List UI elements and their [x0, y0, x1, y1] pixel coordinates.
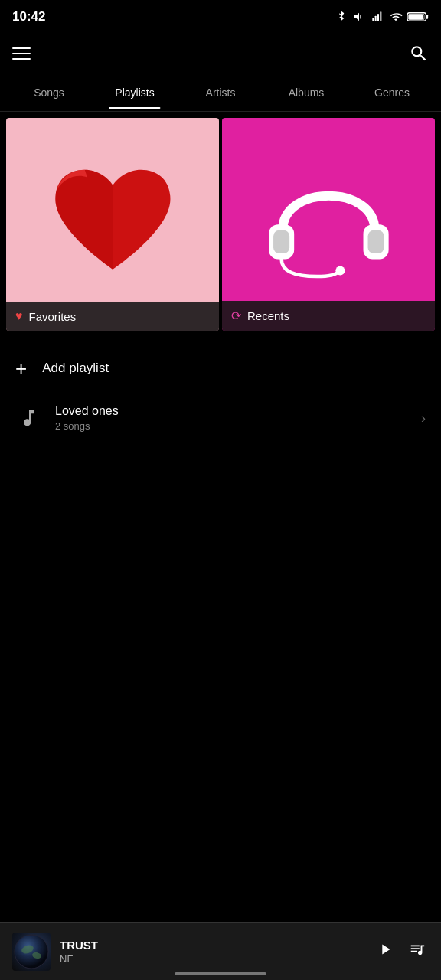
recents-playlist-card[interactable]: ⟳ Recents [222, 118, 435, 331]
tab-songs[interactable]: Songs [6, 77, 92, 108]
hamburger-menu[interactable] [12, 47, 31, 60]
album-art [12, 933, 51, 971]
signal-icon [371, 11, 384, 23]
svg-rect-8 [409, 15, 423, 20]
svg-rect-2 [377, 14, 379, 21]
home-indicator [175, 972, 266, 975]
recents-label: ⟳ Recents [222, 301, 435, 331]
headphones-artwork-icon [260, 155, 398, 294]
chevron-right-icon: › [421, 410, 426, 426]
status-time: 10:42 [12, 9, 45, 24]
track-title: TRUST [60, 939, 364, 952]
tab-genres[interactable]: Genres [349, 77, 435, 108]
top-bar [0, 34, 441, 74]
favorites-heart-icon: ♥ [15, 309, 23, 323]
add-playlist-label: Add playlist [42, 361, 109, 376]
add-playlist-button[interactable]: + Add playlist [0, 343, 441, 394]
music-note-icon [15, 404, 43, 432]
track-artist: NF [60, 953, 364, 965]
svg-rect-1 [375, 16, 377, 21]
favorites-artwork [6, 118, 219, 331]
favorites-playlist-card[interactable]: ♥ Favorites [6, 118, 219, 331]
playlist-song-count: 2 songs [55, 420, 409, 432]
svg-rect-0 [372, 18, 374, 21]
svg-point-13 [335, 266, 345, 275]
heart-artwork-icon [49, 161, 177, 289]
tab-albums[interactable]: Albums [263, 77, 349, 108]
favorites-text: Favorites [29, 310, 77, 323]
tab-playlists[interactable]: Playlists [92, 77, 178, 108]
now-playing-bar[interactable]: TRUST NF [0, 922, 441, 980]
playlist-name: Loved ones [55, 404, 409, 418]
svg-rect-11 [273, 230, 289, 253]
tab-artists[interactable]: Artists [178, 77, 263, 108]
svg-rect-5 [426, 15, 429, 18]
recents-artwork [222, 118, 435, 331]
queue-button[interactable] [406, 938, 429, 965]
tab-navigation: Songs Playlists Artists Albums Genres [0, 74, 441, 112]
playlist-list-item[interactable]: Loved ones 2 songs › [0, 394, 441, 443]
wifi-icon [389, 11, 403, 23]
status-icons [335, 11, 429, 23]
status-bar: 10:42 [0, 0, 441, 34]
battery-icon [407, 11, 429, 23]
add-icon: + [15, 358, 27, 378]
svg-rect-3 [380, 11, 381, 21]
search-icon[interactable] [409, 44, 429, 64]
playlist-info: Loved ones 2 songs [55, 404, 409, 432]
play-button[interactable] [374, 938, 397, 965]
favorites-label: ♥ Favorites [6, 302, 219, 331]
recents-clock-icon: ⟳ [231, 309, 241, 323]
track-info: TRUST NF [60, 939, 364, 965]
audio-icon [352, 11, 366, 23]
bluetooth-icon [335, 11, 348, 23]
album-artwork-graphic [14, 934, 49, 969]
svg-rect-12 [368, 230, 384, 253]
album-art-image [12, 933, 51, 971]
recents-text: Recents [247, 309, 289, 322]
special-playlists-grid: ♥ Favorites [0, 112, 441, 343]
